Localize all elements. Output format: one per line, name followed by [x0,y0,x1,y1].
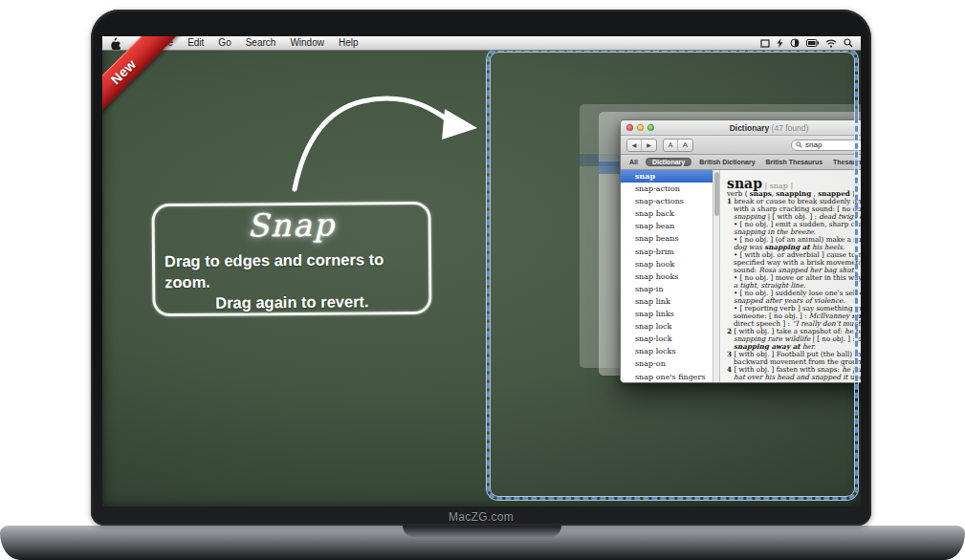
display-contrast-icon[interactable] [790,38,800,48]
sidebar-result-item[interactable]: snap hooks [621,270,713,283]
forward-button[interactable]: ▶ [642,140,656,151]
menu-status-icons [760,38,853,48]
menu-item-help[interactable]: Help [339,36,359,50]
curved-arrow-icon [284,84,490,204]
sidebar-result-item[interactable]: snap bean [621,220,713,232]
new-ribbon-badge: New [102,36,186,135]
sidebar-result-item[interactable]: snap back [621,207,713,220]
definition-pane[interactable]: snap | snap | verb ( snaps, snapping , s… [720,170,861,382]
app-title: Snap [247,205,336,244]
menu-item-window[interactable]: Window [290,36,324,50]
tab-british-thesaurus[interactable]: British Thesaurus [763,158,826,166]
apple-menu-icon[interactable] [110,37,121,49]
sidebar-result-item[interactable]: snap hook [621,258,713,270]
sidebar-result-item[interactable]: snap [621,170,713,183]
search-icon [796,141,802,148]
search-value: snap [805,140,822,150]
instruction-line-2: Drag again to revert. [215,291,369,312]
results-count: (47 found) [772,123,809,133]
menu-item-go[interactable]: Go [218,36,230,50]
sidebar-result-item[interactable]: snap beans [621,232,713,245]
sidebar-result-item[interactable]: snap-in [621,283,713,295]
menu-bar: FileEditGoSearchWindowHelp [102,36,861,51]
dictionary-window[interactable]: Dictionary (47 found) ◀ ▶ A A [620,119,861,383]
headword-line: snap | snap | [727,174,861,190]
sidebar-result-item[interactable]: snap-lock [621,333,713,345]
results-sidebar[interactable]: snapsnap-actionsnap-actionssnap backsnap… [621,170,713,382]
menu-item-edit[interactable]: Edit [187,36,204,50]
laptop-lid-notch [403,526,561,537]
tab-thesaurus[interactable]: Thesaurus [830,158,861,166]
dictionary-content: snapsnap-actionsnap-actionssnap backsnap… [621,170,861,382]
wifi-icon[interactable] [825,39,837,48]
sidebar-result-item[interactable]: snap-actions [621,195,713,207]
sidebar-result-item[interactable]: snap-action [621,183,713,195]
instruction-line-1: Drag to edges and corners to zoom. [164,248,419,291]
brand-label: MacZG.com [91,510,871,524]
definition-line: hat over his head and snapped it under h… [727,374,861,381]
font-bigger-button[interactable]: A [678,140,692,151]
dictionary-search-field[interactable]: snap [791,140,861,151]
sidebar-scrollbar[interactable] [713,170,720,382]
font-size-group: A A [663,139,693,152]
sidebar-result-item[interactable]: snap lock [621,320,713,333]
window-icon[interactable] [760,39,770,48]
sidebar-result-item[interactable]: snap locks [621,345,713,357]
chalk-instruction-box: Snap Drag to edges and corners to zoom. … [151,202,431,317]
battery-icon[interactable] [806,39,819,47]
battery-bolt-icon[interactable] [777,38,783,48]
tab-british-dictionary[interactable]: British Dictionary [696,158,757,166]
spotlight-search-icon[interactable] [844,38,853,48]
tab-all[interactable]: All [626,158,641,166]
dictionary-toolbar: ◀ ▶ A A snap [621,136,861,155]
font-smaller-button[interactable]: A [664,140,678,151]
sidebar-result-item[interactable]: snap link [621,295,713,308]
history-nav-group: ◀ ▶ [626,139,657,152]
dictionary-source-tabs: AllDictionaryBritish DictionaryBritish T… [621,155,861,170]
screen-display: FileEditGoSearchWindowHelp New Snap Drag… [102,36,861,506]
sidebar-result-item[interactable]: snap-brim [621,246,713,258]
dictionary-title-bar[interactable]: Dictionary (47 found) [621,120,861,136]
laptop-screen-bezel: FileEditGoSearchWindowHelp New Snap Drag… [91,10,871,526]
new-ribbon-label: New [108,56,140,88]
page: FileEditGoSearchWindowHelp New Snap Drag… [0,0,965,560]
window-title: Dictionary (47 found) [621,123,861,133]
menu-item-search[interactable]: Search [246,36,276,50]
tab-dictionary[interactable]: Dictionary [646,158,691,166]
sidebar-result-item[interactable]: snap-on [621,357,713,370]
sidebar-result-item[interactable]: snap one's fingers [621,371,713,383]
scrollbar-thumb[interactable] [714,172,719,216]
sidebar-result-item[interactable]: snap links [621,308,713,320]
definition-body: verb ( snaps, snapping , snapped )1 brea… [727,190,861,381]
menu-items: FileEditGoSearchWindowHelp [158,36,359,50]
back-button[interactable]: ◀ [627,140,642,151]
